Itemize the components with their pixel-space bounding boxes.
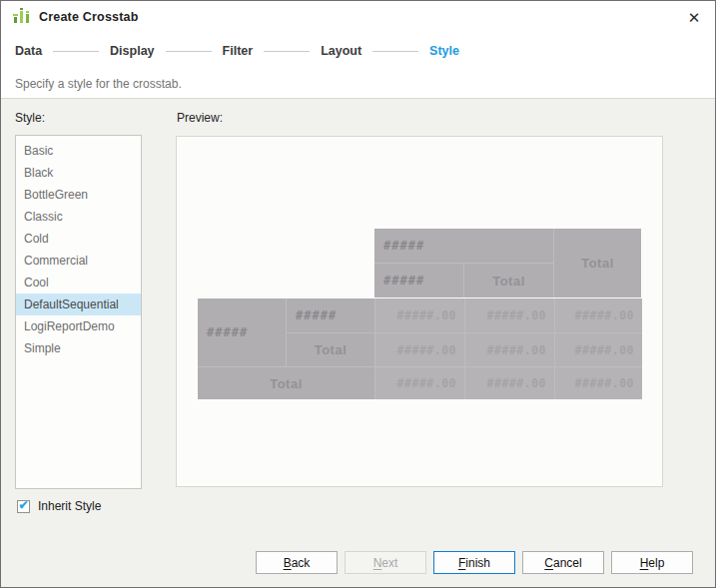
style-list-item[interactable]: Cool [16,272,141,294]
style-list: Basic Black BottleGreen Classic Cold Com… [15,135,142,489]
style-list-item[interactable]: Basic [16,140,141,162]
back-button[interactable]: Back [256,551,338,574]
inherit-style-label: Inherit Style [38,499,101,513]
crosstab-data-cell: #####.00 [555,298,642,332]
style-list-item[interactable]: Commercial [16,250,141,272]
step-filter[interactable]: Filter [223,44,254,58]
create-crosstab-dialog: Create Crosstab ✕ Data Display Filter La… [0,0,716,588]
col-grand-total-text: Total [581,256,614,271]
crosstab-column-headers: ##### Total ##### Total [374,229,641,297]
crosstab-data-cell: #####.00 [375,333,464,366]
style-list-item[interactable]: Classic [16,206,141,228]
crosstab-row-sub-total-cell: Total [287,333,374,366]
crosstab-data-cell: #####.00 [555,367,642,399]
footer-buttons: Back Next Finish Cancel Help [256,551,693,574]
wizard-steps: Data Display Filter Layout Style [1,33,715,69]
style-list-item[interactable]: Black [16,162,141,184]
preview-pane: ##### Total ##### Total ##### ##### ####… [176,136,663,487]
step-display[interactable]: Display [110,44,154,58]
finish-button[interactable]: Finish [433,551,515,574]
style-list-item[interactable]: Cold [16,228,141,250]
crosstab-data-cell: #####.00 [465,298,554,332]
crosstab-row-group-cell: ##### [198,298,286,366]
step-connector [372,51,418,52]
wizard-subtitle: Specify a style for the crosstab. [15,77,182,91]
style-list-item[interactable]: LogiReportDemo [16,315,141,337]
step-style[interactable]: Style [429,44,459,58]
step-data[interactable]: Data [15,44,42,58]
col-sub-total-text: Total [492,274,525,289]
next-button[interactable]: Next [345,551,426,574]
crosstab-col-sub-cell: ##### [374,264,463,297]
inherit-style-row: ✔ Inherit Style [17,499,101,513]
title-bar: Create Crosstab ✕ [1,1,715,33]
style-list-label: Style: [15,111,45,125]
col-group-text: ##### [383,239,424,253]
crosstab-chart-icon [13,8,31,26]
step-connector [53,51,99,52]
crosstab-col-grand-total-cell: Total [554,229,641,297]
step-connector [264,51,310,52]
crosstab-grand-total-cell: Total [198,367,374,399]
row-group-text: ##### [207,325,248,339]
cancel-button[interactable]: Cancel [522,551,604,574]
crosstab-data-cell: #####.00 [465,367,554,399]
crosstab-body: ##### ##### #####.00 #####.00 #####.00 T… [198,298,642,399]
close-icon[interactable]: ✕ [683,7,705,29]
crosstab-data-cell: #####.00 [375,298,464,332]
preview-label: Preview: [177,111,223,125]
subtitle-row: Specify a style for the crosstab. [1,69,715,99]
check-icon: ✔ [18,499,28,511]
crosstab-data-cell: #####.00 [555,333,642,366]
style-list-item[interactable]: Simple [16,337,141,359]
step-connector [166,51,212,52]
help-button[interactable]: Help [611,551,693,574]
crosstab-data-cell: #####.00 [465,333,554,366]
crosstab-col-sub-total-cell: Total [464,264,553,297]
crosstab-col-group-cell: ##### [374,229,553,263]
col-sub-text: ##### [383,274,424,288]
step-layout[interactable]: Layout [321,44,361,58]
crosstab-row-sub-cell: ##### [287,298,374,332]
dialog-title: Create Crosstab [39,10,139,24]
style-list-item[interactable]: BottleGreen [16,184,141,206]
inherit-style-checkbox[interactable]: ✔ [17,500,30,513]
style-list-item[interactable]: DefaultSequential [16,294,141,315]
crosstab-data-cell: #####.00 [375,367,464,399]
row-sub-text: ##### [296,308,337,322]
